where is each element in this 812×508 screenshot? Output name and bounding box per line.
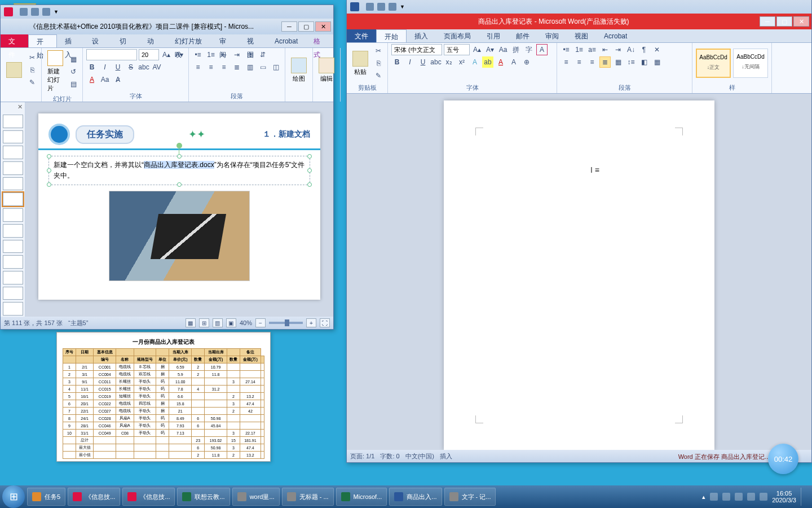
char-border-button[interactable]: 字 bbox=[523, 44, 535, 55]
clear-format-button[interactable]: A bbox=[536, 44, 548, 55]
shadow-button[interactable]: abc bbox=[138, 62, 149, 73]
close-button[interactable]: ✕ bbox=[793, 16, 809, 27]
font-family-select[interactable] bbox=[86, 49, 137, 60]
taskbar-item[interactable]: Microsof... bbox=[336, 488, 387, 506]
italic-button[interactable]: I bbox=[404, 56, 416, 68]
tab-acrobat[interactable]: Acrobat bbox=[596, 29, 635, 42]
font-family-select[interactable]: 宋体 (中文正文 bbox=[391, 44, 442, 55]
copy-button[interactable]: ⎘ bbox=[373, 58, 384, 69]
style-no-spacing[interactable]: AaBbCcDd↓无间隔 bbox=[733, 49, 768, 78]
rotate-handle-icon[interactable] bbox=[176, 143, 182, 148]
tab-view[interactable]: 视图 bbox=[239, 34, 267, 47]
numbering-button[interactable]: 1≡ bbox=[573, 44, 585, 55]
slide-thumb[interactable] bbox=[3, 115, 23, 128]
tray-icon[interactable] bbox=[735, 493, 743, 501]
grow-font-button[interactable]: A▴ bbox=[471, 44, 483, 55]
strike-button[interactable]: abc bbox=[430, 56, 442, 68]
text-direction-button[interactable]: ⇵ bbox=[257, 49, 268, 60]
font-color-button[interactable]: A bbox=[495, 56, 506, 68]
pane-close-icon[interactable]: ✕ bbox=[17, 103, 23, 111]
save-icon[interactable] bbox=[366, 3, 374, 11]
bold-button[interactable]: B bbox=[86, 62, 98, 73]
dec-indent-button[interactable]: ⇤ bbox=[599, 44, 611, 55]
align-right-button[interactable]: ≡ bbox=[586, 56, 598, 68]
insert-mode[interactable]: 插入 bbox=[440, 452, 452, 461]
slide-thumb[interactable] bbox=[3, 130, 23, 144]
underline-button[interactable]: U bbox=[112, 62, 123, 73]
align-left-button[interactable]: ≡ bbox=[192, 62, 204, 73]
taskbar-item[interactable]: word里... bbox=[232, 488, 280, 506]
zoom-level[interactable]: 40% bbox=[240, 319, 252, 326]
multilevel-button[interactable]: a≡ bbox=[586, 44, 598, 55]
paste-button[interactable]: 粘贴 bbox=[350, 50, 370, 77]
new-slide-button[interactable]: 新建 幻灯片 bbox=[45, 49, 65, 94]
spacing-button[interactable]: AV bbox=[151, 62, 162, 73]
taskbar-item[interactable]: 《信息技... bbox=[68, 488, 120, 506]
volume-icon[interactable] bbox=[747, 493, 755, 501]
word-document-area[interactable]: I ≡ bbox=[347, 94, 811, 450]
save-icon[interactable] bbox=[20, 8, 28, 16]
paste-button[interactable] bbox=[4, 61, 24, 79]
slide-thumb[interactable] bbox=[3, 177, 23, 191]
justify-button[interactable]: ≣ bbox=[599, 56, 611, 68]
columns-button[interactable]: ▥ bbox=[244, 62, 255, 73]
tab-acrobat[interactable]: Acrobat bbox=[267, 34, 306, 47]
tab-review[interactable]: 审阅 bbox=[211, 34, 239, 47]
slide-textbox-selected[interactable]: 新建一个空白文档，并将其以“商品出入库登记表.docx”为名保存在“项目2\任务… bbox=[48, 156, 310, 185]
font-color-button[interactable]: A bbox=[86, 74, 98, 85]
highlight-button[interactable]: ab bbox=[482, 56, 493, 68]
redo-icon[interactable] bbox=[389, 3, 396, 11]
start-button[interactable]: ⊞ bbox=[2, 485, 25, 508]
word-count[interactable]: 字数: 0 bbox=[380, 452, 399, 461]
inc-indent-button[interactable]: ⇥ bbox=[612, 44, 624, 55]
tab-view[interactable]: 视图 bbox=[567, 29, 596, 42]
taskbar-item[interactable]: 商品出入... bbox=[389, 488, 442, 506]
underline-button[interactable]: U bbox=[417, 56, 429, 68]
bullets-button[interactable]: •≡ bbox=[192, 49, 204, 60]
smartart-button[interactable]: ◫ bbox=[270, 62, 281, 73]
change-case-button[interactable]: Aa bbox=[497, 44, 509, 55]
slide-thumb[interactable] bbox=[3, 208, 23, 222]
qat-dropdown-icon[interactable]: ▼ bbox=[400, 4, 405, 10]
tab-animations[interactable]: 动画 bbox=[139, 34, 167, 47]
tray-icon[interactable] bbox=[710, 493, 718, 501]
taskbar-item[interactable]: 文字 - 记... bbox=[444, 488, 496, 506]
recording-timer[interactable]: 00:42 bbox=[768, 444, 798, 474]
align-center-button[interactable]: ≡ bbox=[573, 56, 585, 68]
line-spacing-button[interactable]: ↕≡ bbox=[244, 49, 255, 60]
slide-thumb[interactable] bbox=[3, 287, 23, 300]
align-left-button[interactable]: ≡ bbox=[561, 56, 572, 68]
reading-view-button[interactable]: ▥ bbox=[213, 318, 223, 327]
show-desktop-button[interactable] bbox=[801, 488, 806, 506]
qat-dropdown-icon[interactable]: ▼ bbox=[54, 9, 59, 15]
close-button[interactable]: ✕ bbox=[315, 21, 331, 32]
justify-button[interactable]: ≣ bbox=[231, 62, 242, 73]
italic-button[interactable]: I bbox=[99, 62, 111, 73]
undo-icon[interactable] bbox=[31, 8, 39, 16]
undo-icon[interactable] bbox=[377, 3, 385, 11]
tab-file[interactable]: 文件 bbox=[347, 29, 376, 42]
style-normal[interactable]: AaBbCcDd↓正文 bbox=[696, 49, 731, 78]
cut-button[interactable]: ✂ bbox=[373, 45, 384, 56]
network-icon[interactable] bbox=[760, 493, 767, 501]
slide-thumb[interactable] bbox=[3, 255, 23, 269]
grow-font-button[interactable]: A▴ bbox=[161, 49, 172, 60]
slideshow-view-button[interactable]: ▣ bbox=[226, 318, 236, 327]
minimize-button[interactable]: ─ bbox=[281, 21, 297, 32]
char-shading-button[interactable]: A bbox=[508, 56, 519, 68]
tab-home[interactable]: 开始 bbox=[376, 29, 407, 42]
phonetic-guide-button[interactable]: 拼 bbox=[510, 44, 522, 55]
taskbar-item[interactable]: 联想云教... bbox=[177, 488, 230, 506]
strike-button[interactable]: S bbox=[125, 62, 136, 73]
layout-button[interactable]: ▦ bbox=[68, 54, 79, 65]
taskbar-item[interactable]: 《信息技... bbox=[122, 488, 175, 506]
resize-handle[interactable] bbox=[47, 168, 51, 173]
taskbar-item[interactable]: 任务5 bbox=[27, 488, 65, 506]
change-case-button[interactable]: Aa bbox=[99, 74, 111, 85]
slide-canvas-area[interactable]: 任务实施 ✦✦ １．新建文档 新建一个空白文档，并将其以“商品出入库登记表.do… bbox=[25, 102, 333, 317]
shrink-font-button[interactable]: A▾ bbox=[484, 44, 496, 55]
maximize-button[interactable]: ▢ bbox=[298, 21, 314, 32]
bold-button[interactable]: B bbox=[391, 56, 403, 68]
minimize-button[interactable]: ─ bbox=[760, 16, 775, 27]
slide-thumbnails-pane[interactable]: ✕ bbox=[1, 102, 25, 317]
